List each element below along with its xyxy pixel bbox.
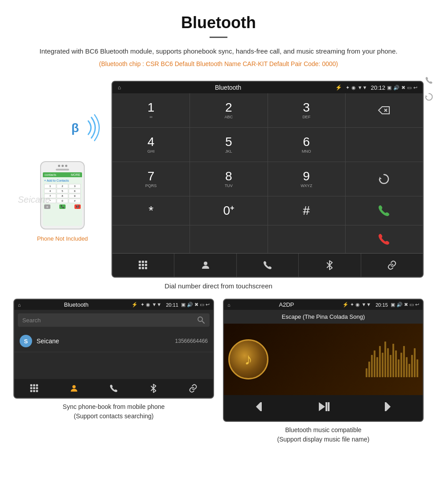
dial-key-1[interactable]: 1∞ — [112, 93, 190, 127]
bottom-nav-contacts[interactable] — [174, 254, 236, 277]
seicane-watermark: Seicane — [18, 195, 50, 205]
bluetooth-signal-icon: β — [67, 112, 103, 143]
dial-key-7[interactable]: 7PQRS — [112, 162, 190, 196]
svg-marker-3 — [379, 177, 382, 179]
phonebook-statusbar: ⌂ Bluetooth ⚡ ✦ ◉ ▼▼ 20:11 ▣ 🔊 ✖ ▭ ↩ — [14, 300, 213, 310]
eq-bar — [379, 346, 381, 377]
link-icon — [387, 260, 397, 271]
svg-rect-23 — [30, 390, 32, 392]
svg-line-15 — [202, 321, 204, 323]
svg-rect-11 — [142, 267, 144, 269]
music-controls — [224, 395, 423, 421]
phone-not-included-label: Phone Not Included — [37, 235, 88, 242]
phone-area: β contacts MORE + Add to Contacts — [13, 81, 111, 242]
eq-bar — [366, 368, 367, 377]
pb-empty-space — [14, 352, 213, 379]
dial-key-6[interactable]: 6MNO — [268, 128, 345, 162]
dial-key-end[interactable] — [346, 225, 423, 253]
music-home-icon[interactable]: ⌂ — [227, 302, 231, 308]
bottom-nav-bluetooth[interactable] — [299, 254, 361, 277]
phonebook-bottom-nav — [14, 379, 213, 398]
window-status-icon: ▭ — [407, 85, 412, 91]
pb-title: Bluetooth — [24, 301, 129, 308]
eq-bar — [384, 342, 386, 377]
back-status-icon[interactable]: ↩ — [413, 85, 417, 91]
home-icon[interactable]: ⌂ — [118, 84, 121, 91]
bottom-nav-phone[interactable] — [237, 254, 299, 277]
svg-rect-30 — [326, 402, 327, 411]
pb-bt-icon: ✦ ◉ ▼▼ — [140, 302, 161, 308]
dial-key-call[interactable] — [346, 196, 423, 225]
dial-key-refresh[interactable] — [346, 162, 423, 196]
dial-empty-4 — [268, 225, 345, 253]
bottom-section: ⌂ Bluetooth ⚡ ✦ ◉ ▼▼ 20:11 ▣ 🔊 ✖ ▭ ↩ Sea… — [0, 299, 437, 444]
music-note-icon: ♪ — [244, 350, 252, 369]
camera-status-icon: ▣ — [387, 85, 392, 91]
status-time: 20:12 — [371, 84, 385, 91]
svg-marker-27 — [256, 402, 260, 411]
svg-rect-33 — [385, 402, 386, 411]
dial-key-3[interactable]: 3DEF — [268, 93, 345, 127]
svg-rect-19 — [36, 384, 38, 387]
dialpad-screen: ⌂ Bluetooth ⚡ ✦ ◉ ▼▼ 20:12 ▣ 🔊 ✖ ▭ ↩ 1∞ … — [111, 81, 424, 278]
svg-point-13 — [204, 262, 207, 265]
bottom-nav-dialpad[interactable] — [112, 254, 174, 277]
dial-key-4[interactable]: 4GHI — [112, 128, 190, 162]
dial-key-5[interactable]: 5JKL — [190, 128, 267, 162]
pb-usb-icon: ⚡ — [132, 302, 138, 308]
svg-rect-31 — [328, 402, 330, 411]
dial-key-2[interactable]: 2ABC — [190, 93, 267, 127]
dial-key-backspace[interactable] — [346, 93, 423, 127]
play-pause-button[interactable] — [317, 400, 330, 416]
pb-nav-contacts[interactable] — [69, 383, 79, 393]
music-time: 20:15 — [375, 302, 388, 308]
eq-bar — [376, 357, 378, 377]
phonebook-search[interactable]: Search — [18, 313, 210, 327]
eq-bar — [411, 355, 413, 377]
dial-key-star[interactable]: * — [112, 196, 190, 225]
dial-key-hash[interactable]: # — [268, 196, 345, 225]
pb-nav-phone[interactable] — [109, 383, 119, 393]
pb-nav-dialpad[interactable] — [29, 383, 39, 393]
next-button[interactable] — [380, 400, 392, 416]
title-divider — [210, 37, 227, 38]
eq-bar — [390, 355, 392, 377]
music-status-icons: ⚡ ✦ ◉ ▼▼ — [342, 302, 371, 308]
eq-bar — [374, 350, 375, 377]
svg-rect-21 — [33, 387, 35, 390]
pb-home-icon[interactable]: ⌂ — [18, 302, 21, 308]
prev-button[interactable] — [254, 400, 267, 416]
svg-rect-18 — [33, 384, 35, 387]
dial-key-9[interactable]: 9WXYZ — [268, 162, 345, 196]
svg-rect-8 — [142, 264, 144, 266]
contact-row[interactable]: S Seicane 13566664466 — [14, 330, 213, 352]
bottom-nav-link[interactable] — [361, 254, 423, 277]
music-caption: Bluetooth music compatible(Support displ… — [223, 425, 424, 444]
eq-bar — [408, 364, 410, 377]
svg-rect-17 — [30, 384, 32, 387]
music-app-title: A2DP — [233, 301, 340, 308]
svg-point-26 — [72, 385, 75, 388]
svg-text:β: β — [71, 121, 79, 135]
dial-key-8[interactable]: 8TUV — [190, 162, 267, 196]
contacts-icon — [200, 260, 211, 271]
pb-nav-bluetooth[interactable] — [148, 383, 158, 393]
svg-rect-6 — [145, 261, 147, 263]
dial-key-0[interactable]: 0+ — [190, 196, 267, 225]
eq-bar — [368, 362, 370, 377]
bluetooth-specs: (Bluetooth chip : CSR BC6 Default Blueto… — [27, 60, 410, 67]
volume-status-icon: 🔊 — [393, 85, 400, 91]
contact-avatar: S — [20, 335, 32, 347]
status-icons: ✦ ◉ ▼▼ 20:12 ▣ 🔊 ✖ ▭ ↩ — [346, 84, 417, 91]
phonebook-caption: Sync phone-book from mobile phone(Suppor… — [13, 402, 214, 421]
page-title: Bluetooth — [27, 13, 410, 32]
pb-nav-link[interactable] — [188, 383, 198, 393]
eq-bar — [414, 348, 416, 377]
svg-rect-20 — [30, 387, 32, 390]
album-art: ♪ — [228, 339, 268, 379]
svg-rect-4 — [139, 261, 141, 263]
phonebook-screen: ⌂ Bluetooth ⚡ ✦ ◉ ▼▼ 20:11 ▣ 🔊 ✖ ▭ ↩ Sea… — [13, 299, 214, 399]
song-title: Escape (The Pina Colada Song) — [282, 313, 365, 320]
usb-icon: ⚡ — [335, 84, 342, 91]
eq-bar — [392, 344, 394, 377]
